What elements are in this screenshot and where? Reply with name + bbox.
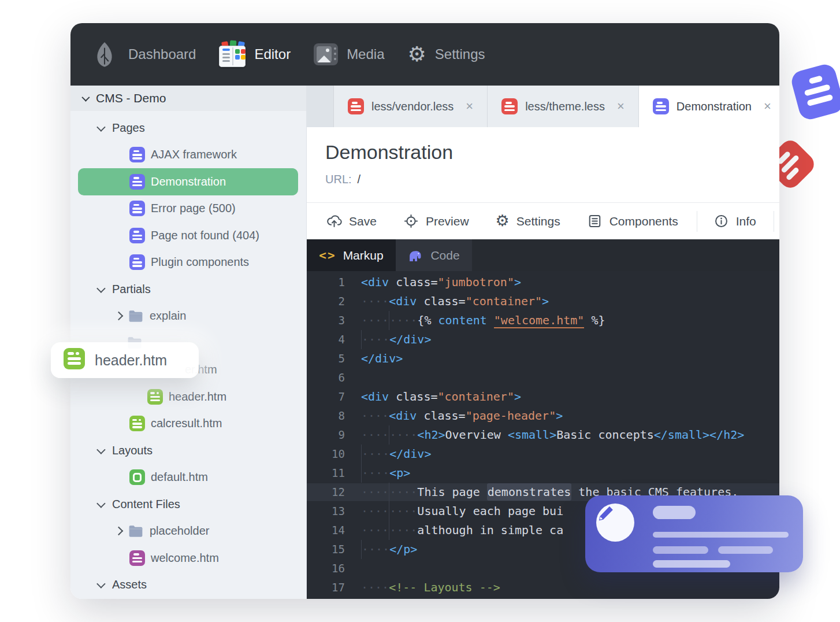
code-line-1: 1<div class="jumbotron">	[307, 273, 779, 292]
tree-item-demonstration[interactable]: Demonstration	[78, 168, 298, 195]
line-content: ····<h2>Layouts</h2>	[361, 597, 779, 599]
tree-group-pages[interactable]: Pages	[70, 114, 306, 142]
nav-item-media[interactable]: Media	[314, 43, 384, 65]
page-purple-file-icon	[129, 228, 145, 243]
line-number: 15	[307, 540, 361, 559]
url-label: URL:	[325, 173, 352, 186]
tree-item-label: Error page (500)	[151, 202, 236, 215]
tree-group-partials[interactable]: Partials	[70, 276, 306, 303]
toolbar-button-label: Info	[736, 214, 756, 228]
top-nav: DashboardEditorMedia⚙Settings	[70, 23, 779, 86]
editor-tab-code[interactable]: Code	[396, 239, 472, 271]
nav-item-label: Media	[347, 46, 384, 62]
document-tab-less-theme-less[interactable]: less/theme.less×	[488, 86, 639, 127]
line-number: 9	[307, 425, 361, 445]
page-purple-file-icon	[653, 98, 669, 114]
line-number: 8	[307, 406, 361, 425]
line-content: ····<div class="page-header">	[361, 406, 779, 425]
tree-group-assets[interactable]: Assets	[70, 572, 306, 599]
line-number: 3	[307, 311, 361, 330]
tree-group-label: Partials	[112, 283, 151, 296]
tree-item-calcresult-htm[interactable]: calcresult.htm	[70, 410, 306, 438]
editor-tabbar: <>MarkupCode	[307, 239, 779, 271]
close-icon[interactable]: ×	[617, 99, 625, 114]
tree-item-default-htm[interactable]: default.htm	[70, 464, 306, 491]
partial-green-file-icon	[147, 389, 163, 405]
line-number: 17	[307, 578, 361, 597]
editor-tab-label: Code	[430, 249, 459, 262]
settings-gear-icon: ⚙	[408, 44, 426, 65]
url-value: /	[358, 173, 361, 186]
pencil-badge	[596, 503, 634, 542]
editor-tab-markup[interactable]: <>Markup	[307, 239, 396, 271]
tree-folder-placeholder[interactable]: placeholder	[70, 518, 306, 545]
url-row: URL:/	[325, 173, 779, 186]
tree-group-layouts[interactable]: Layouts	[70, 437, 306, 464]
info-button[interactable]: Info	[713, 213, 756, 229]
code-line-7: 7<div class="container">	[307, 387, 779, 406]
line-content: ····<p>	[361, 464, 779, 483]
nav-item-editor[interactable]: Editor	[219, 42, 291, 67]
tree-item-welcome-htm[interactable]: welcome.htm	[70, 545, 306, 572]
tree-item-plugin-components[interactable]: Plugin components	[70, 249, 306, 276]
tree-item-label: AJAX framework	[151, 148, 237, 161]
tree-group-label: Pages	[112, 121, 145, 135]
nav-item-settings[interactable]: ⚙Settings	[408, 44, 485, 65]
partial-file-icon	[64, 348, 85, 373]
nav-item-label: Settings	[435, 46, 485, 62]
save-button[interactable]: Save	[326, 213, 377, 229]
toolbar-divider	[697, 211, 697, 232]
page-background: DashboardEditorMedia⚙Settings CMS - Demo…	[0, 0, 840, 622]
line-number: 13	[307, 502, 361, 521]
document-tab-less-vendor-less[interactable]: less/vendor.less×	[334, 86, 488, 127]
page-title: Demonstration	[325, 141, 779, 164]
document-tabbar: less/vendor.less×less/theme.less×Demonst…	[307, 86, 779, 127]
tree-item-ajax-framework[interactable]: AJAX framework	[70, 142, 306, 169]
decor-purple-doc-icon	[789, 62, 840, 121]
sidebar-header-label: CMS - Demo	[96, 91, 166, 105]
chevron-down-icon	[96, 123, 106, 132]
code-line-18: 18····<h2>Layouts</h2>	[307, 597, 779, 599]
leaf-icon	[91, 41, 118, 68]
october-leaf-logo[interactable]	[91, 41, 118, 68]
skeleton-line	[718, 546, 773, 554]
editor-nav-icon	[219, 42, 246, 67]
toolbar-divider	[774, 211, 774, 232]
tree-item-label: Page not found (404)	[151, 229, 259, 242]
content-magenta-file-icon	[129, 550, 145, 566]
nav-item-dashboard[interactable]: Dashboard	[128, 46, 196, 62]
tree-item-error-page-500[interactable]: Error page (500)	[70, 195, 306, 223]
sidebar-header[interactable]: CMS - Demo	[70, 86, 306, 111]
document-tab-demonstration[interactable]: Demonstration×	[639, 86, 779, 127]
tree-group-content-files[interactable]: Content Files	[70, 491, 306, 518]
chevron-down-icon	[96, 445, 106, 454]
chevron-down-icon	[81, 94, 90, 102]
settings-gear-icon: ⚙	[496, 213, 510, 229]
chevron-down-icon	[96, 284, 106, 293]
tree-item-page-not-found-404[interactable]: Page not found (404)	[70, 222, 306, 249]
tree-folder-explain[interactable]: explain	[70, 303, 306, 330]
nav-item-label: Editor	[254, 46, 291, 62]
tabbar-left-strip	[307, 86, 334, 127]
tree-group-label: Assets	[112, 578, 147, 591]
close-icon[interactable]: ×	[764, 99, 771, 114]
partial-green-file-icon	[64, 348, 85, 369]
close-icon[interactable]: ×	[466, 99, 473, 114]
preview-button[interactable]: Preview	[403, 213, 469, 229]
components-button[interactable]: Components	[587, 213, 678, 229]
settings-button[interactable]: ⚙Settings	[496, 213, 560, 229]
chevron-right-icon	[114, 312, 124, 321]
preview-target-icon	[403, 213, 419, 229]
nav-item-label: Dashboard	[128, 46, 196, 62]
folder-icon	[128, 524, 143, 538]
tree-item-header-htm[interactable]: header.htm	[70, 383, 306, 410]
drag-ghost-label: header.htm	[95, 352, 167, 369]
line-content: ········<h2>Overview <small>Basic concep…	[361, 425, 779, 445]
line-number: 16	[307, 559, 361, 578]
code-line-8: 8····<div class="page-header">	[307, 406, 779, 425]
save-cloud-upload-icon	[326, 213, 342, 229]
code-line-5: 5</div>	[307, 349, 779, 368]
pencil-icon	[596, 503, 616, 523]
line-content	[361, 368, 779, 387]
line-content: ········{% content "welcome.htm" %}	[361, 311, 779, 330]
